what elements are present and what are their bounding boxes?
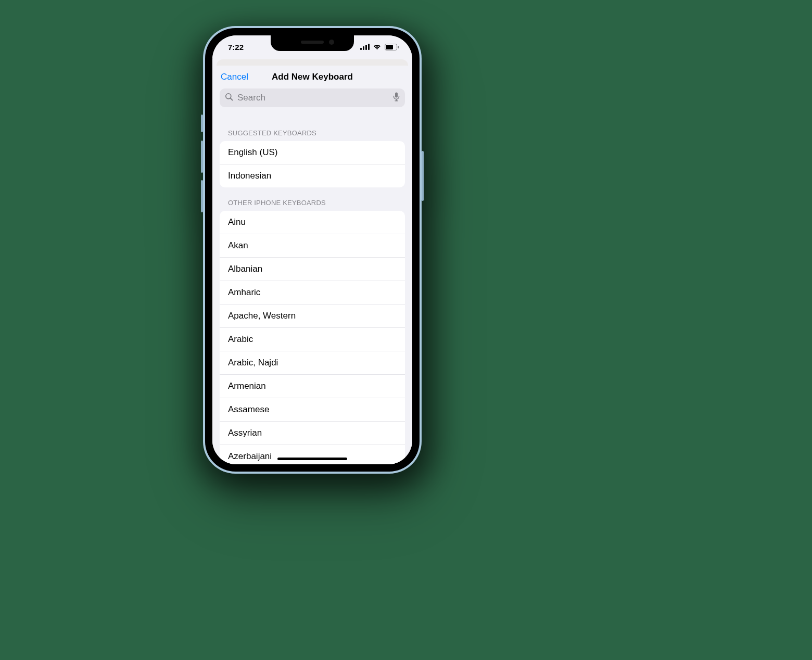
list-item[interactable]: Indonesian [220, 164, 405, 187]
add-keyboard-sheet: Cancel Add New Keyboard [212, 66, 412, 464]
iphone-device-frame: 7:22 [203, 26, 422, 474]
cancel-button[interactable]: Cancel [221, 72, 248, 82]
svg-rect-0 [360, 48, 362, 50]
other-group: Ainu Akan Albanian Amharic Apache, Weste… [220, 211, 405, 464]
dictation-icon[interactable] [393, 92, 400, 104]
other-header: OTHER IPHONE KEYBOARDS [212, 187, 412, 211]
wifi-icon [373, 44, 382, 50]
list-item[interactable]: Apache, Western [220, 304, 405, 328]
svg-rect-5 [386, 45, 393, 49]
screen: 7:22 [212, 35, 412, 464]
notch [271, 35, 354, 51]
search-icon [225, 93, 233, 104]
page-title: Add New Keyboard [272, 72, 353, 82]
list-item[interactable]: Azerbaijani [220, 445, 405, 464]
list-item[interactable]: English (US) [220, 141, 405, 164]
svg-rect-9 [395, 92, 398, 97]
suggested-header: SUGGESTED KEYBOARDS [212, 113, 412, 141]
list-item[interactable]: Arabic [220, 328, 405, 351]
home-indicator[interactable] [277, 458, 347, 460]
list-item[interactable]: Akan [220, 234, 405, 258]
list-item[interactable]: Amharic [220, 281, 405, 304]
svg-rect-6 [398, 46, 399, 48]
status-time: 7:22 [228, 43, 244, 52]
svg-rect-2 [365, 45, 367, 50]
list-item[interactable]: Armenian [220, 375, 405, 398]
list-item[interactable]: Assamese [220, 398, 405, 422]
suggested-group: English (US) Indonesian [220, 141, 405, 187]
power-button [422, 151, 424, 201]
list-item[interactable]: Assyrian [220, 422, 405, 445]
search-field[interactable] [220, 88, 405, 107]
search-input[interactable] [236, 92, 390, 104]
list-item[interactable]: Ainu [220, 211, 405, 234]
list-item[interactable]: Albanian [220, 258, 405, 281]
nav-bar: Cancel Add New Keyboard [212, 66, 412, 88]
svg-line-8 [231, 98, 233, 100]
list-item[interactable]: Arabic, Najdi [220, 351, 405, 375]
svg-rect-3 [368, 44, 370, 50]
svg-rect-1 [363, 46, 364, 50]
battery-icon [385, 44, 399, 50]
cellular-icon [360, 44, 370, 50]
